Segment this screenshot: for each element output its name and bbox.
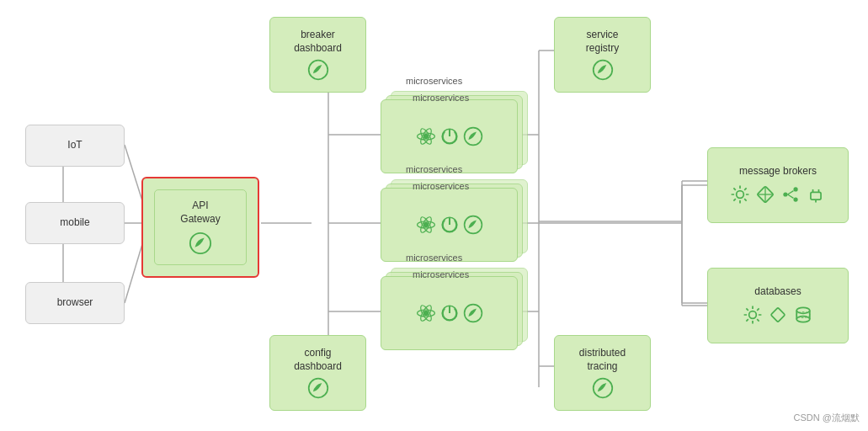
service-registry-label: service registry (586, 29, 619, 55)
ms1-atom-icon (416, 126, 436, 146)
microservices2-label-display: microservices (413, 181, 469, 191)
svg-point-37 (423, 222, 428, 227)
config-spring-icon (307, 377, 329, 399)
api-gateway-label: API Gateway (180, 200, 220, 226)
svg-point-56 (793, 187, 797, 191)
distributed-tracing-box: distributed tracing (554, 335, 651, 411)
config-dashboard-box: config dashboard (269, 335, 366, 411)
watermark: CSDN @流烟默 (794, 412, 860, 424)
microservices-bot-label: microservices (406, 253, 462, 263)
breaker-spring-icon (307, 59, 329, 81)
ms3-power-icon (439, 303, 460, 323)
databases-label: databases (754, 285, 801, 299)
microservices1-label-display: microservices (413, 93, 469, 103)
tracing-spring-icon (592, 377, 614, 399)
svg-line-59 (788, 194, 794, 198)
svg-line-58 (788, 190, 794, 194)
broker-node-icon (780, 184, 801, 205)
mobile-label: mobile (60, 216, 89, 230)
ms3-atom-icon (416, 303, 436, 323)
iot-label: IoT (67, 139, 82, 152)
api-gateway-box: API Gateway (141, 177, 259, 278)
microservices-mid-label: microservices (406, 164, 462, 174)
db-gear-icon (742, 304, 764, 326)
microservices3-label-display: microservices (413, 269, 469, 279)
message-brokers-box: message brokers (707, 147, 849, 223)
svg-point-44 (423, 311, 428, 316)
db-diamond-icon (767, 304, 789, 326)
browser-box: browser (25, 282, 125, 324)
iot-box: IoT (25, 125, 125, 167)
microservices-top-label: microservices (406, 76, 462, 86)
db-cylinder-icon (792, 304, 814, 326)
broker-plug-icon (805, 184, 827, 205)
svg-point-57 (793, 197, 797, 201)
breaker-dashboard-label: breaker dashboard (294, 29, 342, 55)
ms1-leaf-icon (463, 126, 483, 146)
message-brokers-label: message brokers (739, 165, 817, 178)
ms1-power-icon (439, 126, 460, 146)
svg-rect-65 (770, 307, 785, 322)
config-dashboard-label: config dashboard (294, 347, 342, 373)
svg-point-64 (749, 311, 757, 318)
microservices-bot: microservices (381, 268, 528, 356)
broker-branch-icon (754, 184, 776, 205)
databases-box: databases (707, 268, 849, 343)
service-registry-box: service registry (554, 17, 651, 93)
gateway-spring-icon (189, 231, 212, 255)
distributed-tracing-label: distributed tracing (579, 347, 626, 373)
svg-point-51 (737, 190, 744, 198)
ms3-leaf-icon (463, 303, 483, 323)
breaker-dashboard-box: breaker dashboard (269, 17, 366, 93)
svg-rect-60 (811, 192, 821, 200)
ms2-power-icon (439, 215, 460, 235)
svg-point-55 (783, 192, 787, 196)
browser-label: browser (57, 296, 93, 310)
broker-gear-icon (729, 184, 751, 205)
svg-point-30 (423, 134, 428, 139)
ms2-leaf-icon (463, 215, 483, 235)
ms2-atom-icon (416, 215, 436, 235)
registry-spring-icon (592, 59, 614, 81)
mobile-box: mobile (25, 202, 125, 244)
